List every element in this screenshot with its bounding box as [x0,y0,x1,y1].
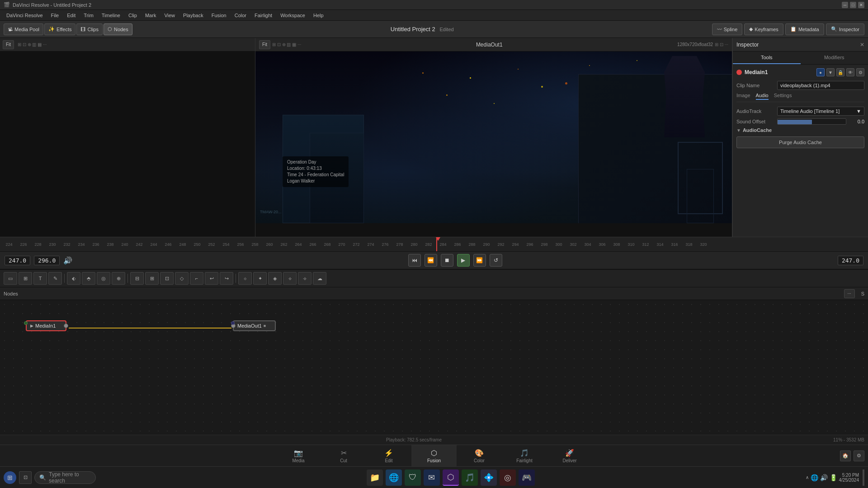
fast-forward-button[interactable]: ⏩ [473,254,486,267]
inspector-tab-modifiers[interactable]: Modifiers [801,52,868,64]
node-tool-effect5[interactable]: ⟢ [298,272,311,285]
inspector-close-button[interactable]: ✕ [860,42,864,48]
node-settings-btn[interactable]: ⚙ [856,68,864,76]
node-tool-effect1[interactable]: ⟐ [238,272,252,285]
menu-trim[interactable]: Trim [80,12,97,19]
node-tool-fill[interactable]: ⬘ [82,272,95,285]
taskbar-app-steam[interactable]: 💠 [481,469,497,486]
mode-tab-cut[interactable]: ✂ Cut [321,445,366,467]
settings-button[interactable]: ⚙ [854,450,864,461]
node-tool-circle[interactable]: ◎ [97,272,110,285]
keyframes-button[interactable]: ◆ Keyframes [744,23,783,35]
node-tool-grid[interactable]: ⊞ [19,272,32,285]
menu-help[interactable]: Help [310,12,327,19]
rewind-button[interactable]: ⏪ [425,254,437,267]
close-button[interactable]: ✕ [858,2,864,8]
taskbar-app-chrome[interactable]: ◎ [500,469,516,486]
taskbar-search-box[interactable]: 🔍 Type here to search [34,471,96,484]
taskbar-app-davinci[interactable]: ⬡ [443,469,459,486]
node-tool-crop[interactable]: ◇ [175,272,189,285]
node-tool-transform[interactable]: ⌐ [190,272,203,285]
menu-playback[interactable]: Playback [179,12,207,19]
taskbar-app-discord[interactable]: 🎮 [519,469,535,486]
node-tool-arrow-left[interactable]: ⊟ [130,272,144,285]
systray-chevron-icon[interactable]: ∧ [806,475,809,480]
menu-view[interactable]: View [160,12,179,19]
node-lock-btn[interactable]: 🔒 [836,68,844,76]
menu-davinci-resolve[interactable]: DaVinci Resolve [3,12,47,19]
node-tool-arrow-right[interactable]: ⊞ [145,272,159,285]
stop-button[interactable]: ⏹ [441,254,453,267]
inspector-tab-tools[interactable]: Tools [733,52,801,64]
menu-clip[interactable]: Clip [125,12,141,19]
purge-audio-cache-button[interactable]: Purge Audio Cache [736,136,864,148]
audio-cache-section-header[interactable]: ▼ AudioCache [736,127,864,133]
metadata-button[interactable]: 📋 Metadata [785,23,824,35]
node-expand-btn[interactable]: ▼ [826,68,835,76]
taskbar-app-outlook[interactable]: ✉ [424,469,440,486]
clip-name-value[interactable]: videoplayback (1).mp4 [777,81,864,90]
menu-file[interactable]: File [47,12,63,19]
node-tool-mask[interactable]: ⬖ [67,272,80,285]
nodes-menu-button[interactable]: ··· [844,289,855,298]
show-desktop-button[interactable] [863,469,864,486]
node-tool-effect3[interactable]: ◈ [268,272,282,285]
timecode-current[interactable]: 247.0 [838,256,863,265]
node-tool-effect2[interactable]: ✦ [253,272,267,285]
nodes-sidebar-toggle[interactable]: S [861,291,864,296]
node-tool-cloud[interactable]: ☁ [313,272,326,285]
node-tool-effect4[interactable]: ⟡ [283,272,297,285]
mediain1-bottom-port[interactable] [24,321,28,325]
mediain1-output-port[interactable] [64,324,68,328]
menu-edit[interactable]: Edit [63,12,79,19]
node-tool-select[interactable]: ▭ [4,272,17,285]
media-pool-button[interactable]: 📽 Media Pool [4,23,43,35]
menu-mark[interactable]: Mark [142,12,160,19]
timecode-left[interactable]: 247.0 [5,256,30,265]
taskbar-app-security[interactable]: 🛡 [405,469,421,486]
audio-toggle-icon[interactable]: 🔊 [63,256,72,265]
mode-tab-fairlight[interactable]: 🎵 Fairlight [502,445,547,467]
node-tool-add[interactable]: ⊕ [112,272,125,285]
left-fit-button[interactable]: Fit [3,40,14,49]
menu-timeline[interactable]: Timeline [98,12,124,19]
menu-color[interactable]: Color [231,12,250,19]
volume-icon[interactable]: 🔊 [820,474,828,481]
effects-button[interactable]: ✨ Effects [44,23,75,35]
audiotrack-dropdown[interactable]: Timeline Audio [Timeline 1] ▼ [777,107,864,116]
nodes-button[interactable]: ⬡ Nodes [104,23,132,35]
node-tool-redo[interactable]: ↪ [220,272,233,285]
clips-button[interactable]: 🎞 Clips [76,23,102,35]
play-button[interactable]: ▶ [457,254,470,267]
node-tool-undo[interactable]: ↩ [205,272,218,285]
mediaout1-bottom-port[interactable] [231,321,235,325]
sub-tab-audio[interactable]: Audio [756,93,769,100]
sub-tab-image[interactable]: Image [736,93,750,100]
mediain1-node-box[interactable]: ▶ MediaIn1 [26,320,66,331]
mode-tab-color[interactable]: 🎨 Color [457,445,502,467]
node-color-picker[interactable]: ● [816,68,825,76]
inspector-button[interactable]: 🔍 Inspector [826,23,864,35]
home-button[interactable]: 🏠 [840,450,851,461]
start-menu-button[interactable]: ⊞ [4,471,16,484]
mode-tab-fusion[interactable]: ⬡ Fusion [411,445,457,467]
skip-to-start-button[interactable]: ⏮ [408,254,421,267]
sound-offset-slider[interactable] [777,118,846,125]
clock-area[interactable]: 5:20 PM 4/25/2024 [839,473,859,483]
timecode-right-display[interactable]: 296.0 [34,256,60,265]
menu-workspace[interactable]: Workspace [277,12,309,19]
mode-tab-edit[interactable]: ⚡ Edit [366,445,411,467]
taskbar-app-file-explorer[interactable]: 📁 [367,469,383,486]
node-tool-text[interactable]: T [33,272,47,285]
node-tool-pen[interactable]: ✎ [48,272,62,285]
menu-fusion[interactable]: Fusion [208,12,230,19]
network-icon[interactable]: 🌐 [811,474,818,481]
loop-button[interactable]: ↺ [490,254,502,267]
battery-icon[interactable]: 🔋 [830,474,837,481]
maximize-button[interactable]: □ [850,2,856,8]
taskbar-app-spotify[interactable]: 🎵 [462,469,478,486]
center-fit-button[interactable]: Fit [259,40,270,49]
node-visible-btn[interactable]: 👁 [846,68,854,76]
minimize-button[interactable]: ─ [842,2,848,8]
sub-tab-settings[interactable]: Settings [774,93,792,100]
